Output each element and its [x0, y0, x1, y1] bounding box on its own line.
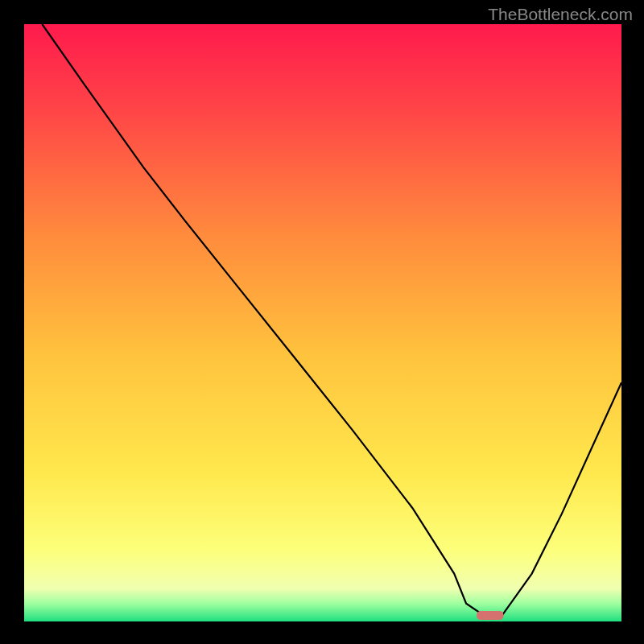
chart-container: TheBottleneck.com	[0, 0, 644, 644]
plot-background	[24, 24, 621, 621]
optimal-marker	[477, 611, 503, 620]
watermark-text: TheBottleneck.com	[488, 5, 633, 24]
bottleneck-chart	[0, 0, 644, 644]
